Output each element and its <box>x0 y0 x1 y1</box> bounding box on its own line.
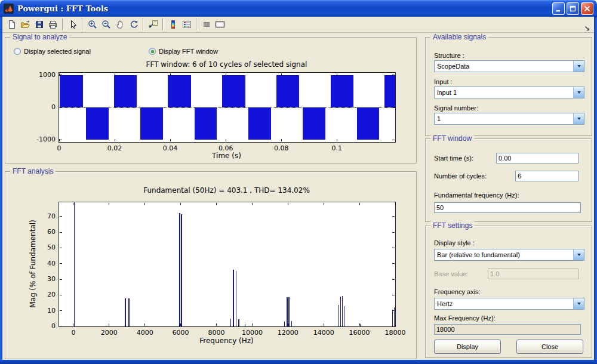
signal-number-dropdown[interactable]: 1 <box>434 113 584 125</box>
x-tick-label: 4000 <box>127 329 163 337</box>
y-tick <box>60 263 62 264</box>
signal-block <box>168 75 191 107</box>
display-style-dropdown[interactable]: Bar (relative to fundamental) <box>434 249 584 261</box>
save-icon[interactable] <box>32 18 46 32</box>
harmonic-bar <box>287 297 288 326</box>
maximize-button[interactable] <box>567 2 579 15</box>
zoom-out-icon[interactable] <box>99 18 113 32</box>
x-tick-label: 12000 <box>270 329 306 337</box>
available-signals-panel: Available signals Structure : ScopeData … <box>425 37 592 136</box>
powergui-fft-tools-window: Powergui : FFT Tools Signal to analyze D… <box>0 0 597 364</box>
harmonic-bar <box>125 298 126 326</box>
harmonic-bar <box>238 319 239 326</box>
display-style-dropdown-value: Bar (relative to fundamental) <box>437 251 520 258</box>
x-tick <box>324 323 324 326</box>
signal-block <box>357 107 380 140</box>
open-folder-icon[interactable] <box>19 18 32 32</box>
x-tick-label: 6000 <box>163 329 199 337</box>
harmonic-bar <box>236 271 237 326</box>
x-tick-label: 14000 <box>306 329 341 337</box>
signal-block <box>248 107 271 140</box>
harmonic-bar <box>284 322 285 326</box>
max-frequency-input[interactable] <box>434 324 581 335</box>
y-tick-right <box>392 140 395 140</box>
x-tick <box>170 139 171 141</box>
radio-display-fft-window[interactable]: Display FFT window <box>149 48 218 55</box>
x-tick <box>281 139 282 141</box>
signal-plot-xlabel: Time (s) <box>59 152 395 160</box>
fft-settings-panel: FFT settings Display style : Bar (relati… <box>425 226 592 358</box>
x-tick-top <box>288 203 288 205</box>
y-tick-right <box>392 216 395 217</box>
legend-icon[interactable] <box>180 18 193 32</box>
x-tick <box>109 323 109 326</box>
x-tick <box>226 139 226 141</box>
signal-block <box>384 75 395 107</box>
harmonic-bar <box>360 324 361 326</box>
signal-number-dropdown-value: 1 <box>437 115 441 122</box>
matlab-app-icon <box>4 4 14 14</box>
close-dialog-button[interactable]: Close <box>516 340 583 354</box>
input-dropdown[interactable]: input 1 <box>434 87 584 98</box>
minimize-button[interactable] <box>552 2 565 15</box>
x-tick-top <box>144 203 145 205</box>
fundamental-frequency-input[interactable] <box>434 202 581 213</box>
data-cursor-icon[interactable] <box>146 18 160 32</box>
x-tick-top <box>359 203 360 205</box>
signal-block <box>303 107 325 140</box>
start-time-input[interactable] <box>496 153 578 164</box>
structure-label: Structure : <box>434 52 464 59</box>
harmonic-bar <box>392 310 393 326</box>
y-tick <box>60 310 62 311</box>
frequency-axis-dropdown-value: Hertz <box>437 300 453 307</box>
harmonic-bar <box>233 270 234 326</box>
new-file-icon[interactable] <box>5 18 19 32</box>
window-border-right <box>594 17 597 364</box>
toolbar-separator <box>82 18 83 30</box>
panel-title-fft-window: FFT window <box>430 134 474 143</box>
colorbar-icon[interactable] <box>166 18 180 32</box>
base-value-label: Base value: <box>434 270 468 277</box>
display-button[interactable]: Display <box>434 340 501 354</box>
y-tick-right <box>392 263 395 264</box>
zoom-in-icon[interactable] <box>85 18 99 32</box>
y-tick-right <box>392 295 395 295</box>
x-tick <box>395 323 396 326</box>
rotate-3d-icon[interactable] <box>127 18 140 32</box>
print-icon[interactable] <box>46 18 60 32</box>
number-of-cycles-input[interactable] <box>515 171 578 181</box>
toolbar-separator <box>143 18 144 30</box>
fft-analysis-panel: FFT analysis Fundamental (50Hz) = 403.1 … <box>5 171 417 359</box>
close-button[interactable] <box>581 2 593 15</box>
frequency-axis-dropdown[interactable]: Hertz <box>434 298 584 310</box>
toolbar-overflow-icon[interactable] <box>584 24 591 31</box>
x-tick-label: 8000 <box>199 329 235 337</box>
y-tick <box>60 248 62 248</box>
signal-block <box>86 107 109 140</box>
y-tick-label: 0 <box>29 103 56 111</box>
harmonic-bar <box>230 319 232 326</box>
window-border-left <box>0 17 2 364</box>
radio-unselected-icon <box>14 48 21 55</box>
signal-block <box>195 107 217 140</box>
y-tick <box>60 326 62 327</box>
x-tick <box>337 139 337 141</box>
pointer-icon[interactable] <box>66 18 79 32</box>
base-value-input <box>488 269 578 279</box>
title-bar[interactable]: Powergui : FFT Tools <box>0 0 597 17</box>
pan-hand-icon[interactable] <box>113 18 127 32</box>
chevron-down-icon <box>573 249 584 260</box>
fft-plot-xlabel: Frequency (Hz) <box>59 337 395 345</box>
fft-window-panel: FFT window Start time (s): Number of cyc… <box>425 138 592 222</box>
structure-dropdown[interactable]: ScopeData <box>434 60 584 72</box>
radio-display-selected-signal[interactable]: Display selected signal <box>14 48 91 55</box>
harmonic-bar <box>245 324 246 326</box>
y-tick-right <box>392 232 395 233</box>
fft-spectrum-plot: 0200040006000800010000120001400016000180… <box>59 202 396 327</box>
chevron-down-icon <box>573 298 584 309</box>
input-label: Input : <box>434 78 453 85</box>
x-tick-top <box>216 203 217 205</box>
x-tick-top <box>324 203 324 205</box>
x-tick-top <box>109 203 109 205</box>
signal-waveform-plot: 00.020.040.060.080.110000-1000 <box>59 72 396 143</box>
